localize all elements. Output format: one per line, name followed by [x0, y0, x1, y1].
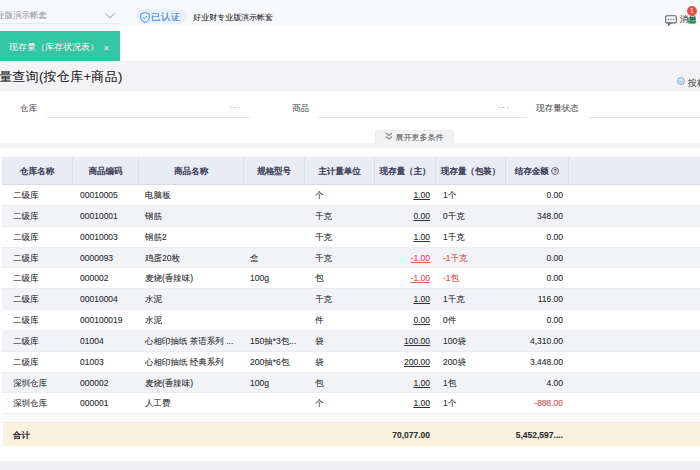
svg-text:?: ?: [554, 168, 557, 174]
